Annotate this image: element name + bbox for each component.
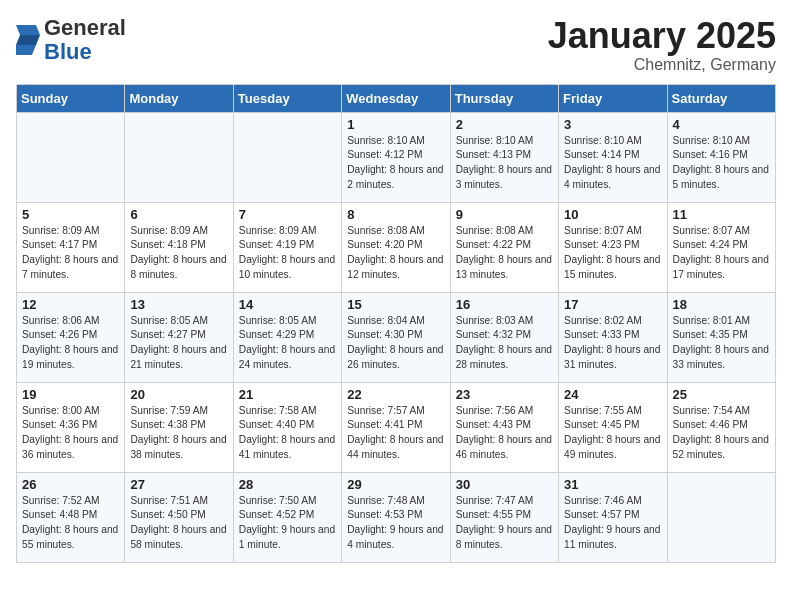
- day-number: 1: [347, 117, 444, 132]
- day-info: Sunrise: 8:03 AM Sunset: 4:32 PM Dayligh…: [456, 314, 553, 373]
- day-of-week-header: Thursday: [450, 84, 558, 112]
- day-info: Sunrise: 7:46 AM Sunset: 4:57 PM Dayligh…: [564, 494, 661, 553]
- day-info: Sunrise: 8:08 AM Sunset: 4:20 PM Dayligh…: [347, 224, 444, 283]
- day-number: 2: [456, 117, 553, 132]
- day-number: 29: [347, 477, 444, 492]
- day-number: 28: [239, 477, 336, 492]
- day-of-week-header: Friday: [559, 84, 667, 112]
- svg-marker-1: [16, 35, 40, 45]
- calendar-day-cell: [667, 472, 775, 562]
- day-info: Sunrise: 8:10 AM Sunset: 4:13 PM Dayligh…: [456, 134, 553, 193]
- calendar-day-cell: 30Sunrise: 7:47 AM Sunset: 4:55 PM Dayli…: [450, 472, 558, 562]
- day-number: 30: [456, 477, 553, 492]
- calendar-day-cell: 1Sunrise: 8:10 AM Sunset: 4:12 PM Daylig…: [342, 112, 450, 202]
- location: Chemnitz, Germany: [548, 56, 776, 74]
- calendar-day-cell: 9Sunrise: 8:08 AM Sunset: 4:22 PM Daylig…: [450, 202, 558, 292]
- day-info: Sunrise: 7:48 AM Sunset: 4:53 PM Dayligh…: [347, 494, 444, 553]
- day-info: Sunrise: 8:09 AM Sunset: 4:19 PM Dayligh…: [239, 224, 336, 283]
- day-number: 25: [673, 387, 770, 402]
- day-number: 15: [347, 297, 444, 312]
- day-number: 23: [456, 387, 553, 402]
- calendar-day-cell: 3Sunrise: 8:10 AM Sunset: 4:14 PM Daylig…: [559, 112, 667, 202]
- day-number: 22: [347, 387, 444, 402]
- calendar-day-cell: [233, 112, 341, 202]
- day-number: 13: [130, 297, 227, 312]
- day-number: 14: [239, 297, 336, 312]
- day-number: 8: [347, 207, 444, 222]
- calendar-day-cell: 14Sunrise: 8:05 AM Sunset: 4:29 PM Dayli…: [233, 292, 341, 382]
- day-info: Sunrise: 7:54 AM Sunset: 4:46 PM Dayligh…: [673, 404, 770, 463]
- day-of-week-header: Monday: [125, 84, 233, 112]
- calendar-day-cell: 23Sunrise: 7:56 AM Sunset: 4:43 PM Dayli…: [450, 382, 558, 472]
- calendar-day-cell: 25Sunrise: 7:54 AM Sunset: 4:46 PM Dayli…: [667, 382, 775, 472]
- calendar-day-cell: 31Sunrise: 7:46 AM Sunset: 4:57 PM Dayli…: [559, 472, 667, 562]
- calendar-header-row: SundayMondayTuesdayWednesdayThursdayFrid…: [17, 84, 776, 112]
- day-number: 11: [673, 207, 770, 222]
- day-number: 27: [130, 477, 227, 492]
- day-info: Sunrise: 7:52 AM Sunset: 4:48 PM Dayligh…: [22, 494, 119, 553]
- calendar-table: SundayMondayTuesdayWednesdayThursdayFrid…: [16, 84, 776, 563]
- day-number: 21: [239, 387, 336, 402]
- calendar-day-cell: 26Sunrise: 7:52 AM Sunset: 4:48 PM Dayli…: [17, 472, 125, 562]
- calendar-day-cell: 22Sunrise: 7:57 AM Sunset: 4:41 PM Dayli…: [342, 382, 450, 472]
- calendar-day-cell: 8Sunrise: 8:08 AM Sunset: 4:20 PM Daylig…: [342, 202, 450, 292]
- day-info: Sunrise: 8:00 AM Sunset: 4:36 PM Dayligh…: [22, 404, 119, 463]
- day-info: Sunrise: 8:08 AM Sunset: 4:22 PM Dayligh…: [456, 224, 553, 283]
- calendar-day-cell: 7Sunrise: 8:09 AM Sunset: 4:19 PM Daylig…: [233, 202, 341, 292]
- calendar-day-cell: 28Sunrise: 7:50 AM Sunset: 4:52 PM Dayli…: [233, 472, 341, 562]
- day-info: Sunrise: 7:59 AM Sunset: 4:38 PM Dayligh…: [130, 404, 227, 463]
- calendar-day-cell: 5Sunrise: 8:09 AM Sunset: 4:17 PM Daylig…: [17, 202, 125, 292]
- day-of-week-header: Saturday: [667, 84, 775, 112]
- calendar-day-cell: 17Sunrise: 8:02 AM Sunset: 4:33 PM Dayli…: [559, 292, 667, 382]
- day-number: 7: [239, 207, 336, 222]
- calendar-day-cell: 20Sunrise: 7:59 AM Sunset: 4:38 PM Dayli…: [125, 382, 233, 472]
- calendar-day-cell: 24Sunrise: 7:55 AM Sunset: 4:45 PM Dayli…: [559, 382, 667, 472]
- day-number: 4: [673, 117, 770, 132]
- day-number: 24: [564, 387, 661, 402]
- day-number: 3: [564, 117, 661, 132]
- day-number: 17: [564, 297, 661, 312]
- day-number: 6: [130, 207, 227, 222]
- calendar-day-cell: 19Sunrise: 8:00 AM Sunset: 4:36 PM Dayli…: [17, 382, 125, 472]
- day-info: Sunrise: 8:06 AM Sunset: 4:26 PM Dayligh…: [22, 314, 119, 373]
- day-number: 16: [456, 297, 553, 312]
- logo-blue-text: Blue: [44, 39, 92, 64]
- day-number: 5: [22, 207, 119, 222]
- calendar-day-cell: 16Sunrise: 8:03 AM Sunset: 4:32 PM Dayli…: [450, 292, 558, 382]
- day-info: Sunrise: 8:02 AM Sunset: 4:33 PM Dayligh…: [564, 314, 661, 373]
- calendar-day-cell: 15Sunrise: 8:04 AM Sunset: 4:30 PM Dayli…: [342, 292, 450, 382]
- calendar-week-row: 12Sunrise: 8:06 AM Sunset: 4:26 PM Dayli…: [17, 292, 776, 382]
- day-info: Sunrise: 8:09 AM Sunset: 4:18 PM Dayligh…: [130, 224, 227, 283]
- calendar-day-cell: 18Sunrise: 8:01 AM Sunset: 4:35 PM Dayli…: [667, 292, 775, 382]
- day-number: 12: [22, 297, 119, 312]
- calendar-day-cell: 29Sunrise: 7:48 AM Sunset: 4:53 PM Dayli…: [342, 472, 450, 562]
- calendar-day-cell: 13Sunrise: 8:05 AM Sunset: 4:27 PM Dayli…: [125, 292, 233, 382]
- day-info: Sunrise: 7:58 AM Sunset: 4:40 PM Dayligh…: [239, 404, 336, 463]
- day-info: Sunrise: 8:10 AM Sunset: 4:16 PM Dayligh…: [673, 134, 770, 193]
- day-number: 31: [564, 477, 661, 492]
- day-info: Sunrise: 7:50 AM Sunset: 4:52 PM Dayligh…: [239, 494, 336, 553]
- day-info: Sunrise: 8:04 AM Sunset: 4:30 PM Dayligh…: [347, 314, 444, 373]
- day-info: Sunrise: 8:01 AM Sunset: 4:35 PM Dayligh…: [673, 314, 770, 373]
- day-info: Sunrise: 7:57 AM Sunset: 4:41 PM Dayligh…: [347, 404, 444, 463]
- logo-icon: [16, 25, 40, 55]
- calendar-day-cell: 11Sunrise: 8:07 AM Sunset: 4:24 PM Dayli…: [667, 202, 775, 292]
- calendar-day-cell: 6Sunrise: 8:09 AM Sunset: 4:18 PM Daylig…: [125, 202, 233, 292]
- day-info: Sunrise: 8:09 AM Sunset: 4:17 PM Dayligh…: [22, 224, 119, 283]
- calendar-day-cell: 21Sunrise: 7:58 AM Sunset: 4:40 PM Dayli…: [233, 382, 341, 472]
- calendar-day-cell: [17, 112, 125, 202]
- calendar-week-row: 26Sunrise: 7:52 AM Sunset: 4:48 PM Dayli…: [17, 472, 776, 562]
- title-block: January 2025 Chemnitz, Germany: [548, 16, 776, 74]
- day-info: Sunrise: 8:10 AM Sunset: 4:12 PM Dayligh…: [347, 134, 444, 193]
- page-header: General Blue January 2025 Chemnitz, Germ…: [16, 16, 776, 74]
- day-info: Sunrise: 7:56 AM Sunset: 4:43 PM Dayligh…: [456, 404, 553, 463]
- day-of-week-header: Sunday: [17, 84, 125, 112]
- svg-marker-0: [16, 25, 40, 35]
- calendar-week-row: 1Sunrise: 8:10 AM Sunset: 4:12 PM Daylig…: [17, 112, 776, 202]
- day-info: Sunrise: 7:47 AM Sunset: 4:55 PM Dayligh…: [456, 494, 553, 553]
- calendar-day-cell: 27Sunrise: 7:51 AM Sunset: 4:50 PM Dayli…: [125, 472, 233, 562]
- day-of-week-header: Wednesday: [342, 84, 450, 112]
- day-info: Sunrise: 8:05 AM Sunset: 4:29 PM Dayligh…: [239, 314, 336, 373]
- logo-general-text: General: [44, 15, 126, 40]
- day-number: 10: [564, 207, 661, 222]
